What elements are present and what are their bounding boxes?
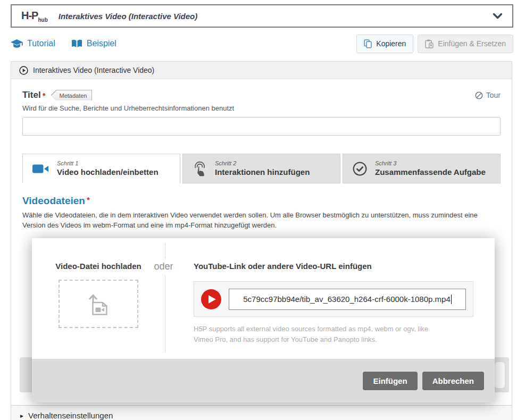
tutorial-label: Tutorial <box>27 39 55 48</box>
copy-icon <box>364 39 372 48</box>
hub-header: H-Phub Interaktives Video (Interactive V… <box>11 4 513 28</box>
tab-step-label: Schritt 3 <box>375 160 486 167</box>
tab-step-label: Schritt 2 <box>215 160 310 167</box>
video-url-heading: YouTube-Link oder andere Video-URL einfü… <box>194 262 473 271</box>
tab-step-3-summary-task[interactable]: Schritt 3 Zusammenfassende Aufgabe <box>343 154 501 183</box>
required-marker: * <box>87 195 90 204</box>
dialog-footer: Einfügen Abbrechen <box>32 359 495 402</box>
example-label: Beispiel <box>87 39 116 48</box>
video-url-field-box: 5c79cc97bb94e/tib_av_63620_h264-crf-6000… <box>194 281 473 317</box>
play-circle-icon <box>19 66 28 75</box>
chevron-right-icon: ▸ <box>20 412 23 419</box>
tab-title: Video hochladen/einbetten <box>57 167 159 178</box>
paste-replace-label: Einfügen & Ersetzen <box>438 39 506 48</box>
tap-interaction-icon <box>193 161 207 177</box>
chevron-down-icon[interactable] <box>493 13 503 20</box>
background-panel-button[interactable] <box>494 362 505 389</box>
add-video-dialog: oder Video-Datei hochladen YouTube-Link <box>32 238 495 402</box>
content-type-section-title: Interaktives Video (Interactive Video) <box>33 66 154 74</box>
tour-label: Tour <box>486 91 501 99</box>
or-label: oder <box>150 258 177 275</box>
behavior-settings-label: Verhaltenseinstellungen <box>28 411 113 420</box>
steps-tab-bar: Schritt 1 Video hochladen/einbetten Schr… <box>22 154 501 183</box>
behavior-settings-accordion[interactable]: ▸ Verhaltenseinstellungen <box>11 405 512 420</box>
play-button-icon <box>201 289 221 309</box>
h5p-hub-logo: H-Phub <box>21 10 48 23</box>
tab-title: Interaktionen hinzufügen <box>215 167 310 178</box>
video-upload-dropzone[interactable] <box>59 280 138 328</box>
tab-step-label: Schritt 1 <box>57 160 159 167</box>
title-field-description: Wird für die Suche, Berichte und Urheber… <box>22 104 501 112</box>
video-url-input[interactable]: 5c79cc97bb94e/tib_av_63620_h264-crf-6000… <box>229 289 466 310</box>
paste-icon <box>425 39 434 48</box>
cancel-button[interactable]: Abbrechen <box>422 372 484 390</box>
upload-video-file-icon <box>86 292 111 316</box>
tutorial-link[interactable]: Tutorial <box>11 39 55 48</box>
video-files-heading: Videodateien* <box>22 195 501 207</box>
copy-button[interactable]: Kopieren <box>356 35 413 53</box>
paste-replace-button[interactable]: Einfügen & Ersetzen <box>418 35 513 53</box>
example-link[interactable]: Beispiel <box>71 39 116 48</box>
title-field-label: Titel <box>22 90 41 100</box>
title-input[interactable] <box>22 117 501 136</box>
insert-button[interactable]: Einfügen <box>363 372 417 390</box>
content-type-section-bar: Interaktives Video (Interactive Video) <box>11 62 512 79</box>
tab-title: Zusammenfassende Aufgabe <box>375 167 486 178</box>
tab-step-2-add-interactions[interactable]: Schritt 2 Interaktionen hinzufügen <box>182 154 340 183</box>
copy-label: Kopieren <box>376 39 406 48</box>
video-url-help-text: H5P supports all external video sources … <box>194 324 449 345</box>
metadata-button-label: Metadaten <box>51 90 91 101</box>
graduation-cap-icon <box>11 39 23 48</box>
required-marker: * <box>43 91 46 100</box>
open-book-icon <box>71 39 82 48</box>
metadata-button[interactable]: Metadaten <box>51 90 92 100</box>
check-circle-icon <box>353 162 367 176</box>
video-url-value: 5c79cc97bb94e/tib_av_63620_h264-crf-6000… <box>243 295 450 304</box>
tour-link[interactable]: Tour <box>475 91 501 99</box>
tab-step-1-upload-video[interactable]: Schritt 1 Video hochladen/einbetten <box>22 154 180 183</box>
upload-video-heading: Video-Datei hochladen <box>32 262 165 271</box>
video-camera-icon <box>32 163 49 174</box>
editor-toolbar: Tutorial Beispiel Kopieren Einfügen & Er… <box>11 34 513 53</box>
text-caret <box>451 295 452 304</box>
tour-icon <box>475 91 483 99</box>
hub-content-type-title: Interaktives Video (Interactive Video) <box>59 12 197 21</box>
video-files-description: Wähle die Videodateien, die in dem inter… <box>22 211 501 231</box>
